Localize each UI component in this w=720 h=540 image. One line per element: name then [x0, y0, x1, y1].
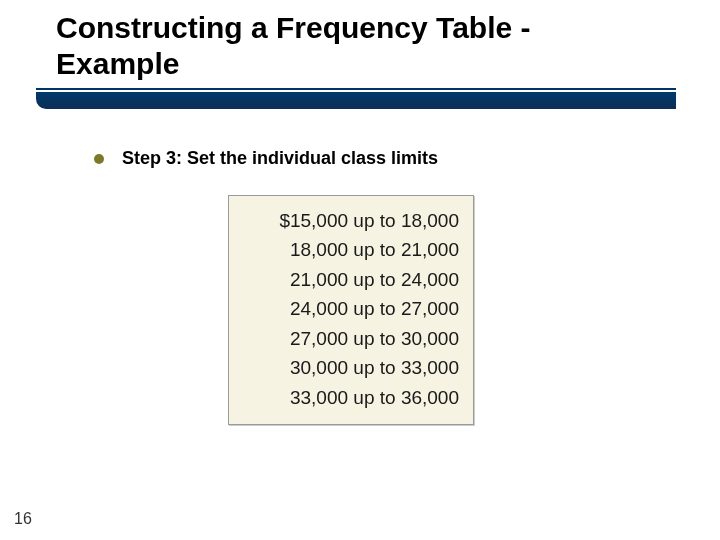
class-limit-row: 33,000 up to 36,000	[243, 383, 459, 412]
page-number: 16	[14, 510, 32, 528]
title-line-1: Constructing a Frequency Table -	[56, 11, 531, 44]
class-limit-row: 27,000 up to 30,000	[243, 324, 459, 353]
title-underline	[36, 88, 676, 110]
slide-title: Constructing a Frequency Table - Example	[56, 10, 676, 82]
class-limit-row: 30,000 up to 33,000	[243, 353, 459, 382]
class-limit-row: 21,000 up to 24,000	[243, 265, 459, 294]
step-bullet-row: Step 3: Set the individual class limits	[94, 148, 438, 169]
title-line-2: Example	[56, 47, 179, 80]
bullet-icon	[94, 154, 104, 164]
class-limit-row: 18,000 up to 21,000	[243, 235, 459, 264]
class-limits-box: $15,000 up to 18,000 18,000 up to 21,000…	[228, 195, 474, 425]
step-text: Step 3: Set the individual class limits	[122, 148, 438, 169]
class-limit-row: 24,000 up to 27,000	[243, 294, 459, 323]
class-limit-row: $15,000 up to 18,000	[243, 206, 459, 235]
